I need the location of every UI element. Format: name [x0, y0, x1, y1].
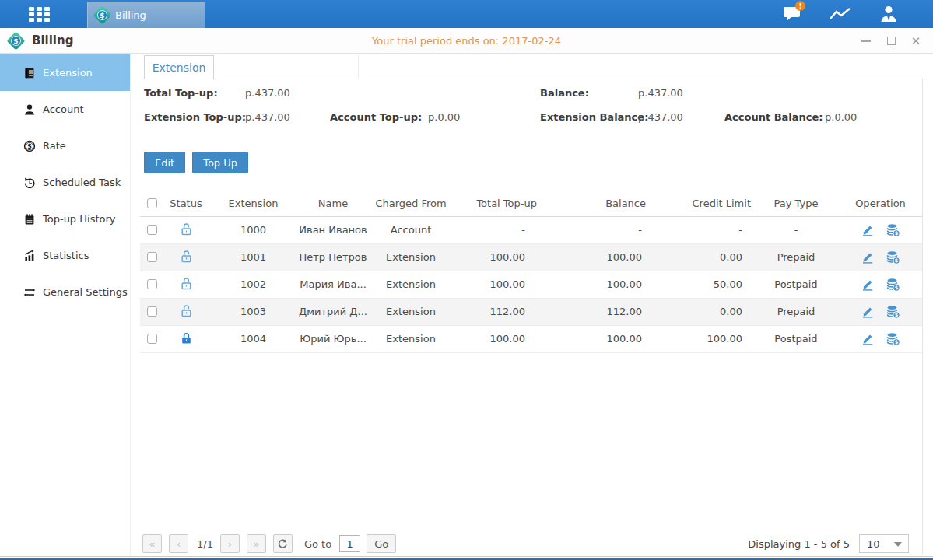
chevron-left-icon: ‹ — [177, 538, 181, 550]
edit-row-icon[interactable] — [861, 332, 875, 346]
row-checkbox[interactable] — [147, 279, 157, 289]
sidebar-item-label: Scheduled Task — [43, 177, 121, 188]
edit-button[interactable]: Edit — [144, 152, 185, 173]
pagination-bar: « ‹ 1/1 › » Go to Go Displaying 1 - 5 of… — [142, 534, 922, 554]
balance-value: p.437.00 — [638, 84, 683, 101]
svg-text:$: $ — [27, 143, 32, 150]
tab-strip: Extension — [131, 54, 933, 79]
account-topup-label: Account Top-up: — [330, 108, 422, 125]
notifications-icon[interactable]: ! — [779, 4, 805, 24]
page-size-select[interactable]: 10 — [859, 534, 909, 553]
dropdown-arrow-icon — [894, 542, 902, 547]
top-up-row-icon[interactable]: $ — [886, 332, 900, 346]
col-header-name: Name — [298, 191, 368, 216]
window-controls: ✕ — [860, 28, 922, 54]
balance-label: Balance: — [540, 84, 589, 101]
goto-page-input[interactable] — [339, 535, 360, 552]
sidebar-item-extension[interactable]: Extension — [0, 54, 130, 91]
last-page-button[interactable]: » — [247, 534, 266, 553]
top-up-row-icon[interactable]: $ — [886, 278, 900, 292]
cell-charged-from: Extension — [368, 325, 454, 352]
edit-row-icon[interactable] — [861, 278, 875, 292]
sidebar-item-rate[interactable]: $ Rate — [0, 128, 130, 164]
general-settings-icon — [23, 286, 36, 299]
window-title: Billing — [32, 33, 73, 47]
edit-row-icon[interactable] — [861, 305, 875, 319]
statistics-chart-icon[interactable] — [827, 4, 854, 24]
sidebar-item-statistics[interactable]: Statistics — [0, 237, 130, 274]
col-header-status: Status — [163, 191, 209, 216]
sidebar-item-general-settings[interactable]: General Settings — [0, 274, 130, 310]
cell-name: Дмитрий Д... — [298, 298, 368, 325]
action-buttons: Edit Top Up — [144, 152, 248, 173]
locked-icon — [180, 331, 193, 345]
extension-topup-value: p.437.00 — [245, 108, 290, 125]
extension-table: Status Extension Name Charged From Total… — [140, 191, 922, 353]
cell-credit-limit: 100.00 — [648, 325, 753, 352]
select-all-checkbox[interactable] — [147, 198, 157, 208]
refresh-button[interactable] — [273, 534, 293, 553]
go-button[interactable]: Go — [367, 534, 396, 553]
topbar-right-icons: ! — [779, 0, 902, 28]
sidebar-item-label: Account — [43, 103, 84, 115]
account-balance-label: Account Balance: — [724, 108, 823, 125]
sidebar-item-label: General Settings — [43, 286, 128, 298]
cell-pay-type: Prepaid — [753, 298, 839, 325]
taskbar-tab-billing[interactable]: $ Billing — [87, 2, 205, 28]
sidebar-item-scheduled-task[interactable]: Scheduled Task — [0, 164, 130, 201]
edit-row-icon[interactable] — [861, 250, 875, 264]
tab-extension[interactable]: Extension — [144, 55, 214, 79]
taskbar-tab-label: Billing — [115, 9, 146, 21]
top-up-row-icon[interactable]: $ — [886, 223, 900, 237]
next-page-button[interactable]: › — [220, 534, 240, 553]
col-header-operation: Operation — [839, 191, 922, 216]
cell-total-topup: 100.00 — [454, 243, 539, 271]
row-checkbox[interactable] — [147, 252, 157, 262]
table-row: 1004 Юрий Юрь... Extension 100.00 100.00… — [140, 325, 922, 352]
goto-label: Go to — [304, 538, 331, 550]
svg-text:$: $ — [895, 230, 899, 236]
maximize-icon[interactable] — [885, 35, 897, 47]
row-checkbox[interactable] — [147, 225, 157, 235]
account-topup-value: p.0.00 — [428, 108, 460, 125]
cell-total-topup: - — [454, 216, 539, 243]
first-page-button[interactable]: « — [142, 534, 162, 553]
prev-page-button[interactable]: ‹ — [169, 534, 188, 553]
cell-extension: 1000 — [209, 216, 298, 243]
top-up-row-icon[interactable]: $ — [886, 250, 900, 264]
sidebar: Extension Account $ Rate — [0, 54, 131, 556]
row-checkbox[interactable] — [147, 306, 157, 317]
app-launcher-icon[interactable] — [29, 7, 52, 22]
page-indicator: 1/1 — [197, 538, 213, 550]
cell-credit-limit: 50.00 — [648, 271, 753, 298]
table-row: 1001 Петр Петров Extension 100.00 100.00… — [140, 243, 922, 271]
edit-row-icon[interactable] — [861, 223, 875, 237]
cell-charged-from: Extension — [368, 271, 454, 298]
billing-app-icon: $ — [93, 5, 111, 24]
cell-balance: - — [539, 216, 648, 243]
top-up-button[interactable]: Top Up — [192, 152, 248, 173]
row-checkbox[interactable] — [147, 334, 157, 344]
cell-name: Мария Ива... — [298, 271, 368, 298]
col-header-credit-limit: Credit Limit — [648, 191, 753, 216]
extension-balance-label: Extension Balance: — [540, 108, 648, 125]
col-header-extension: Extension — [209, 191, 298, 216]
sidebar-item-topup-history[interactable]: Top-up History — [0, 201, 130, 237]
extension-topup-label: Extension Top-up: — [144, 108, 246, 125]
unlocked-icon — [180, 250, 193, 263]
table-header-row: Status Extension Name Charged From Total… — [140, 191, 922, 216]
cell-total-topup: 100.00 — [454, 325, 539, 352]
user-account-icon[interactable] — [875, 4, 902, 24]
total-topup-label: Total Top-up: — [144, 84, 218, 101]
cell-credit-limit: 0.00 — [648, 243, 753, 271]
svg-text:$: $ — [895, 285, 899, 291]
svg-text:$: $ — [895, 339, 899, 345]
rate-icon: $ — [23, 140, 36, 152]
top-up-row-icon[interactable]: $ — [886, 305, 900, 319]
cell-balance: 100.00 — [539, 271, 648, 298]
displaying-count: Displaying 1 - 5 of 5 — [748, 538, 850, 550]
chevron-right-icon: › — [228, 538, 232, 550]
minimize-icon[interactable] — [860, 35, 872, 47]
close-icon[interactable]: ✕ — [910, 35, 922, 47]
sidebar-item-account[interactable]: Account — [0, 91, 130, 128]
